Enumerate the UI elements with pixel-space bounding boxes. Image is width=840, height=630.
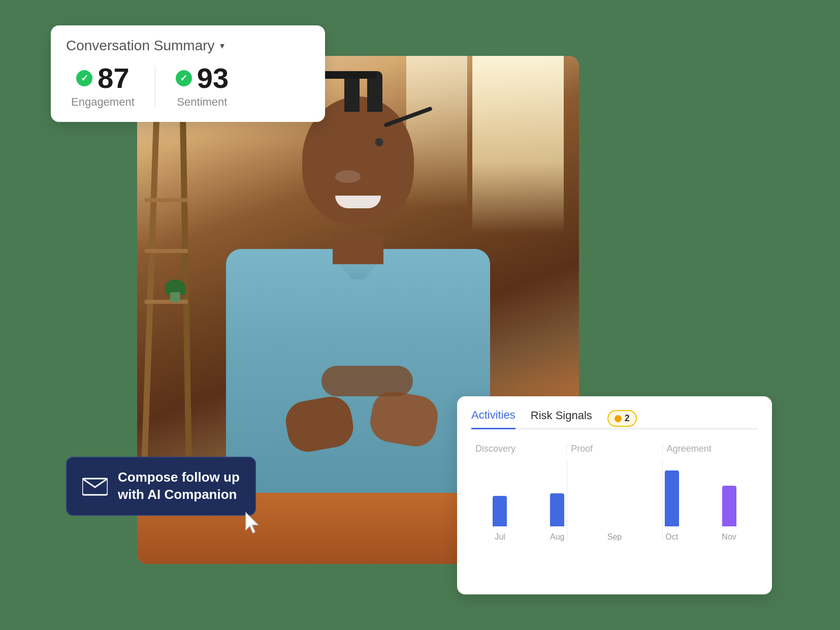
card-title: Conversation Summary (66, 38, 215, 54)
mail-icon (82, 476, 108, 496)
risk-badge: 2 (607, 410, 637, 427)
chart-col-nov: Nov (700, 460, 758, 542)
engagement-score-row: ✓ 87 (76, 64, 129, 92)
risk-count: 2 (625, 413, 630, 424)
cursor-svg (244, 512, 262, 534)
section-label-agreement: Agreement (663, 444, 758, 454)
risk-signals-label: Risk Signals (531, 409, 592, 422)
bar-label-jul: Jul (495, 532, 505, 542)
engagement-label: Engagement (71, 96, 135, 109)
sentiment-check-icon: ✓ (176, 70, 192, 86)
bar-oct (665, 470, 679, 526)
chart-divider-1 (567, 460, 567, 542)
main-container: Conversation Summary ▾ ✓ 87 Engagement ✓… (51, 25, 772, 594)
card-header: Conversation Summary ▾ (66, 38, 310, 54)
chart-col-jul: Jul (471, 460, 529, 542)
tab-activities[interactable]: Activities (471, 408, 515, 429)
bar-label-nov: Nov (722, 532, 736, 542)
plant-pot (170, 292, 180, 302)
shelf-rung2 (145, 249, 188, 253)
mic-end (375, 138, 383, 146)
bar-nov (722, 486, 736, 526)
bar-jul (493, 496, 507, 526)
chart-col-oct: Oct (643, 460, 700, 542)
section-labels-row: Discovery Proof Agreement (471, 444, 758, 454)
face-highlight (335, 170, 361, 183)
cursor-icon (244, 512, 262, 539)
compose-followup-button[interactable]: Compose follow up with AI Companion (66, 457, 256, 516)
person-neck (333, 234, 383, 264)
bar-label-aug: Aug (550, 532, 564, 542)
risk-dot-icon (615, 415, 622, 422)
sentiment-metric: ✓ 93 Sentiment (155, 64, 249, 109)
sentiment-score: 93 (197, 64, 229, 92)
conversation-summary-card: Conversation Summary ▾ ✓ 87 Engagement ✓… (51, 25, 325, 122)
metrics-row: ✓ 87 Engagement ✓ 93 Sentiment (66, 64, 310, 109)
shelf-rung3 (145, 300, 188, 304)
tabs-row: Activities Risk Signals 2 (471, 408, 758, 429)
section-label-proof: Proof (567, 444, 662, 454)
chart-area: Jul Aug Sep Oct Nov (471, 460, 758, 542)
compose-text: Compose follow up with AI Companion (118, 469, 240, 503)
bar-label-sep: Sep (607, 532, 622, 542)
engagement-score: 87 (98, 64, 129, 92)
shelf-rung1 (145, 198, 188, 202)
engagement-metric: ✓ 87 Engagement (66, 64, 155, 109)
hands-together (321, 366, 413, 396)
sentiment-score-row: ✓ 93 (176, 64, 229, 92)
window-light2 (406, 56, 467, 208)
section-label-discovery: Discovery (471, 444, 567, 454)
compose-line2: with AI Companion (118, 486, 240, 503)
dropdown-arrow-icon[interactable]: ▾ (220, 40, 224, 51)
window-light (472, 56, 564, 234)
activities-card: Activities Risk Signals 2 Discovery Proo… (457, 396, 772, 594)
sentiment-label: Sentiment (177, 96, 227, 109)
bar-label-oct: Oct (665, 532, 678, 542)
person-smile (335, 196, 381, 208)
tab-risk-signals[interactable]: Risk Signals (531, 409, 592, 428)
chart-col-aug: Aug (529, 460, 586, 542)
chart-divider-2 (662, 460, 663, 542)
chart-col-sep: Sep (586, 460, 643, 542)
bar-aug (550, 493, 564, 526)
compose-line1: Compose follow up (118, 469, 240, 486)
engagement-check-icon: ✓ (76, 70, 92, 86)
